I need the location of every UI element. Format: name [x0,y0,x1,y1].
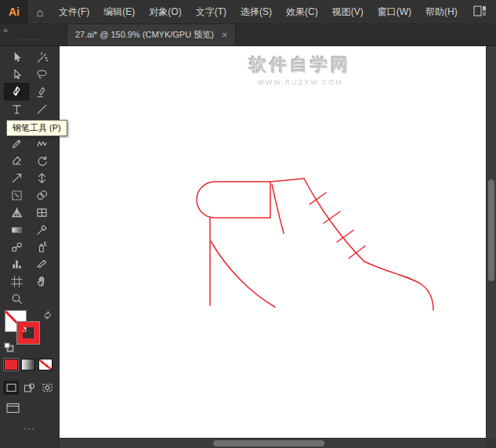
boot-drawing [59,45,487,439]
mesh-tool[interactable] [29,204,54,221]
blend-tool[interactable] [4,238,29,255]
app-logo[interactable]: Ai [0,0,28,23]
pen-tool[interactable] [4,83,29,100]
draw-normal-icon[interactable] [3,381,19,395]
tool-grid [4,49,54,307]
tab-close-icon[interactable]: × [222,30,228,40]
draw-inside-icon[interactable] [39,381,55,395]
vertical-scrollbar[interactable] [486,45,496,439]
default-fill-stroke-icon[interactable] [4,341,14,356]
boot-tongue-path [272,184,284,233]
menu-window[interactable]: 窗口(W) [371,0,418,23]
menu-view[interactable]: 视图(V) [325,0,371,23]
fill-stroke-widget [3,309,55,354]
type-tool[interactable] [4,100,29,117]
stroke-swatch[interactable] [17,322,39,344]
boot-top-edge-path [270,179,304,182]
hand-tool[interactable] [29,273,54,290]
artboard-tool[interactable] [4,273,29,290]
toolbar-collapse-button[interactable]: « [3,25,8,34]
line-segment-tool[interactable] [29,100,54,117]
menu-items: 文件(F)编辑(E)对象(O)文字(T)选择(S)效果(C)视图(V)窗口(W)… [52,0,465,23]
vertical-scrollbar-thumb[interactable] [488,179,494,282]
eyedropper-tool[interactable] [29,221,54,238]
tools-panel: ··· [0,45,60,448]
boot-cuff-path [197,182,270,218]
document-tab-label: 27.ai* @ 150.9% (CMYK/GPU 预览) [75,29,214,41]
drawing-mode-buttons [3,381,55,395]
pen-tool-tooltip: 钢笔工具 (P) [6,120,67,136]
rotate-tool[interactable] [29,152,54,169]
screen-mode-icon[interactable] [6,403,20,417]
workspace-switcher-icon[interactable] [473,5,487,19]
gradient-tool[interactable] [4,221,29,238]
document-tab[interactable]: 27.ai* @ 150.9% (CMYK/GPU 预览) × [67,23,236,45]
gradient-button[interactable] [21,359,35,370]
menu-bar: Ai ⌂ 文件(F)编辑(E)对象(O)文字(T)选择(S)效果(C)视图(V)… [0,0,496,24]
color-mode-buttons [4,359,56,370]
width-tool[interactable] [29,169,54,186]
menu-help[interactable]: 帮助(H) [418,0,465,23]
artboard-canvas[interactable]: 软件自学网 WWW.RUZXW.COM [59,45,487,439]
swap-fill-stroke-icon[interactable] [42,309,52,323]
color-button[interactable] [4,359,18,370]
scrollbar-corner [487,439,496,448]
home-icon[interactable]: ⌂ [28,0,52,23]
edit-toolbar-button[interactable]: ··· [0,423,59,434]
shaper-tool[interactable] [29,135,54,152]
menu-effect[interactable]: 效果(C) [279,0,325,23]
eraser-tool[interactable] [4,152,29,169]
boot-heel-path [364,262,433,310]
symbol-sprayer-tool[interactable] [29,238,54,255]
menu-file[interactable]: 文件(F) [52,0,96,23]
boot-shaft-path [304,179,364,262]
slice-tool[interactable] [29,255,54,273]
menu-object[interactable]: 对象(O) [142,0,188,23]
toolbar-grip-handle[interactable]: ······· [0,35,59,43]
perspective-grid-tool[interactable] [4,204,29,221]
none-button[interactable] [38,359,52,370]
lasso-tool[interactable] [29,66,54,83]
tab-bar: « ······· 27.ai* @ 150.9% (CMYK/GPU 预览) … [0,23,496,46]
scale-tool[interactable] [4,169,29,186]
magic-wand-tool[interactable] [29,49,54,66]
free-transform-tool[interactable] [4,186,29,204]
horizontal-scrollbar[interactable] [59,438,487,448]
selection-tool[interactable] [4,49,29,66]
menu-select[interactable]: 选择(S) [234,0,279,23]
shape-builder-tool[interactable] [29,186,54,204]
zoom-tool[interactable] [4,290,29,307]
direct-selection-tool[interactable] [4,66,29,83]
column-graph-tool[interactable] [4,255,29,273]
boot-instep-path [211,241,275,307]
horizontal-scrollbar-thumb[interactable] [213,440,324,446]
menu-type[interactable]: 文字(T) [189,0,234,23]
curvature-tool[interactable] [29,83,54,100]
draw-behind-icon[interactable] [21,381,37,395]
menu-edit[interactable]: 编辑(E) [96,0,142,23]
pencil-tool[interactable] [4,135,29,152]
